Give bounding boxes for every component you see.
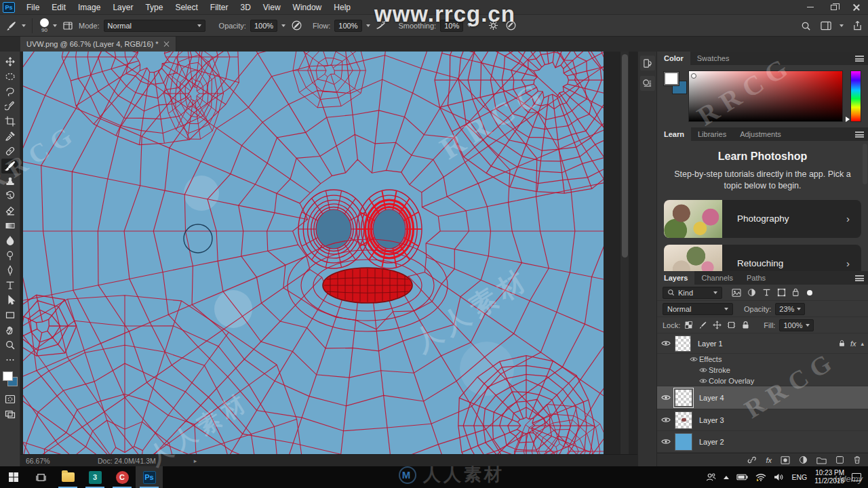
history-brush-tool[interactable] bbox=[1, 188, 19, 203]
filter-adjustment-layers-icon[interactable] bbox=[747, 288, 756, 297]
camtasia-button[interactable]: C bbox=[108, 466, 136, 488]
zoom-level-field[interactable]: 66.67% bbox=[26, 457, 66, 465]
menu-select[interactable]: Select bbox=[169, 0, 203, 15]
visibility-eye-icon[interactable] bbox=[657, 340, 675, 346]
delete-layer-icon[interactable] bbox=[853, 455, 861, 464]
lock-artboard-icon[interactable] bbox=[727, 321, 736, 329]
rectangle-tool[interactable] bbox=[1, 308, 19, 323]
brush-size-picker[interactable]: 90 bbox=[40, 18, 49, 33]
stroke-effect-label[interactable]: Stroke bbox=[709, 366, 730, 374]
crop-tool[interactable] bbox=[1, 114, 19, 129]
opacity-field[interactable]: 100% bbox=[250, 20, 277, 32]
layer-row-layer3[interactable]: Layer 3 bbox=[657, 409, 868, 431]
layer-thumbnail[interactable] bbox=[675, 336, 691, 352]
edit-toolbar-ellipsis[interactable] bbox=[1, 352, 19, 367]
learn-card-retouching[interactable]: Retouching › bbox=[664, 245, 861, 271]
layer-thumbnail[interactable] bbox=[675, 389, 692, 407]
filter-smart-objects-icon[interactable] bbox=[792, 288, 801, 297]
blend-mode-dropdown[interactable]: Normal bbox=[104, 20, 205, 32]
healing-brush-tool[interactable] bbox=[1, 144, 19, 159]
layer-name[interactable]: Layer 1 bbox=[698, 340, 723, 348]
pen-tool[interactable] bbox=[1, 263, 19, 278]
menu-layer[interactable]: Layer bbox=[106, 0, 139, 15]
flow-caret[interactable] bbox=[366, 24, 370, 27]
tab-paths[interactable]: Paths bbox=[740, 271, 772, 285]
menu-help[interactable]: Help bbox=[328, 0, 357, 15]
saturation-brightness-field[interactable] bbox=[688, 70, 843, 122]
status-options-chevron[interactable]: ▸ bbox=[194, 458, 197, 464]
menu-type[interactable]: Type bbox=[139, 0, 169, 15]
blur-tool[interactable] bbox=[1, 233, 19, 248]
color-overlay-effect-label[interactable]: Color Overlay bbox=[709, 377, 754, 385]
quick-mask-toggle[interactable] bbox=[1, 392, 19, 407]
quick-selection-tool[interactable] bbox=[1, 99, 19, 114]
layer-row-layer1[interactable]: Layer 1 fx ▴ bbox=[657, 333, 868, 354]
layer-name[interactable]: Layer 2 bbox=[699, 438, 724, 446]
layer-blend-mode-dropdown[interactable]: Normal bbox=[663, 303, 733, 315]
marquee-tool[interactable] bbox=[1, 69, 19, 84]
hue-slider-arrow[interactable] bbox=[846, 117, 850, 122]
tab-layers[interactable]: Layers bbox=[657, 271, 694, 285]
history-panel-icon[interactable] bbox=[640, 56, 655, 70]
filter-shape-layers-icon[interactable] bbox=[777, 288, 786, 297]
layer-stroke-effect-row[interactable]: Stroke bbox=[657, 365, 868, 375]
color-sample-cursor[interactable] bbox=[691, 73, 696, 79]
dodge-tool[interactable] bbox=[1, 248, 19, 263]
smoothing-caret[interactable] bbox=[467, 24, 471, 27]
lock-all-icon[interactable] bbox=[741, 321, 750, 329]
brush-picker-caret[interactable] bbox=[53, 24, 57, 27]
new-group-icon[interactable] bbox=[816, 456, 827, 464]
share-icon[interactable] bbox=[850, 19, 864, 33]
tab-close-icon[interactable] bbox=[164, 41, 170, 47]
tab-adjustments[interactable]: Adjustments bbox=[733, 127, 788, 141]
path-selection-tool[interactable] bbox=[1, 293, 19, 308]
type-tool[interactable] bbox=[1, 278, 19, 293]
layers-panel-menu-icon[interactable] bbox=[855, 275, 864, 281]
foreground-color-swatch[interactable] bbox=[664, 72, 679, 85]
menu-edit[interactable]: Edit bbox=[45, 0, 72, 15]
layer-fill-field[interactable]: 100% bbox=[779, 319, 813, 331]
new-adjustment-layer-icon[interactable] bbox=[799, 455, 808, 464]
document-canvas[interactable] bbox=[23, 52, 604, 454]
minimize-button[interactable] bbox=[799, 0, 822, 15]
lasso-tool[interactable] bbox=[1, 84, 19, 99]
menu-image[interactable]: Image bbox=[72, 0, 106, 15]
effects-label[interactable]: Effects bbox=[699, 355, 722, 363]
document-tab[interactable]: UVW.png @ 66.7% (Layer 4, RGB/16) * bbox=[20, 37, 176, 52]
tab-learn[interactable]: Learn bbox=[657, 127, 691, 141]
brush-tool-preset-icon[interactable] bbox=[4, 19, 18, 33]
filter-pixel-layers-icon[interactable] bbox=[732, 289, 741, 297]
add-layer-style-icon[interactable]: fx bbox=[766, 456, 772, 464]
workspace-switcher-icon[interactable] bbox=[819, 19, 833, 33]
filter-type-layers-icon[interactable] bbox=[762, 288, 771, 297]
brush-tool[interactable] bbox=[1, 159, 19, 174]
lock-pixels-icon[interactable] bbox=[698, 321, 707, 329]
opacity-caret[interactable] bbox=[281, 24, 285, 27]
properties-panel-icon[interactable] bbox=[640, 76, 655, 91]
airbrush-icon[interactable] bbox=[374, 19, 388, 33]
layer-name[interactable]: Layer 3 bbox=[699, 416, 724, 424]
pressure-size-icon[interactable] bbox=[504, 19, 517, 33]
people-icon[interactable] bbox=[706, 472, 716, 482]
menu-3d[interactable]: 3D bbox=[234, 0, 256, 15]
tab-swatches[interactable]: Swatches bbox=[690, 52, 736, 65]
layer-row-layer2[interactable]: Layer 2 bbox=[657, 431, 868, 453]
task-view-button[interactable] bbox=[27, 466, 54, 488]
tab-color[interactable]: Color bbox=[657, 52, 690, 65]
layer-thumbnail[interactable] bbox=[675, 433, 692, 451]
layer-fx-badge[interactable]: fx bbox=[850, 340, 856, 348]
visibility-eye-icon[interactable] bbox=[657, 394, 675, 401]
layer-name[interactable]: Layer 4 bbox=[699, 394, 724, 402]
learn-scrollbar[interactable] bbox=[863, 144, 867, 184]
panel-menu-icon[interactable] bbox=[855, 56, 864, 62]
smoothing-gear-icon[interactable] bbox=[486, 19, 500, 33]
brush-settings-panel-icon[interactable] bbox=[61, 19, 75, 33]
learn-panel-menu-icon[interactable] bbox=[855, 131, 864, 138]
filter-kind-dropdown[interactable]: Kind bbox=[663, 287, 722, 299]
eyedropper-tool[interactable] bbox=[1, 129, 19, 144]
hand-tool[interactable] bbox=[1, 323, 19, 338]
visibility-eye-icon[interactable] bbox=[657, 417, 675, 423]
add-layer-mask-icon[interactable] bbox=[781, 456, 790, 464]
foreground-background-swatches[interactable] bbox=[2, 370, 18, 388]
lock-position-icon[interactable] bbox=[713, 321, 722, 329]
